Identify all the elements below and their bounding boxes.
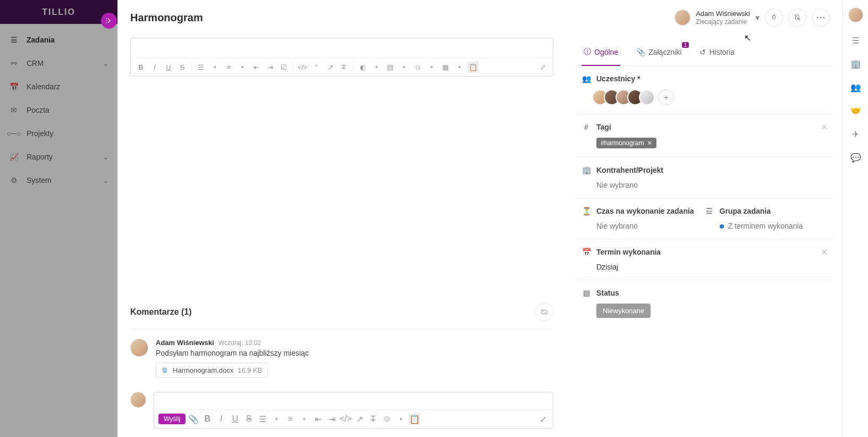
chevron-down-icon[interactable]: ▾ (426, 61, 437, 73)
outdent-button[interactable]: ⇤ (250, 61, 262, 73)
chevron-down-icon[interactable]: ▾ (398, 61, 410, 73)
chevron-down-icon[interactable]: ▾ (209, 61, 221, 73)
building-rail-icon[interactable]: 🏢 (850, 58, 861, 69)
editor-toolbar: B I U S ☰▾ ≡▾ ⇤ ⇥ ☑ </> " ↗ T̶ ◐▾ (131, 57, 553, 76)
send-rail-icon[interactable]: ✈ (850, 129, 861, 139)
tab-info[interactable]: ⓘOgólne (582, 39, 620, 65)
users-rail-icon[interactable]: 👥 (850, 82, 861, 93)
clear-tags-button[interactable]: ✕ (821, 123, 828, 131)
ol-button[interactable]: ≡ (284, 413, 296, 425)
page-title: Harmonogram (130, 12, 203, 24)
tab-history[interactable]: ↺Historia (697, 39, 736, 65)
quote-button[interactable]: " (310, 61, 322, 73)
textcolor-button[interactable]: ◐ (357, 61, 368, 73)
clip-icon: 📎 (636, 48, 645, 56)
indent-button[interactable]: ⇥ (326, 413, 338, 425)
clear-format-button[interactable]: T̶ (338, 61, 350, 73)
comment-time: Wczoraj, 13:02 (218, 339, 261, 347)
reply-editor[interactable]: Wyślij 📎 B I U S ☰▾ ≡▾ ⇤ ⇥ </> ↗ T̶ ☺▾ (154, 392, 553, 428)
bold-button[interactable]: B (135, 61, 147, 73)
contractor-value[interactable]: Nie wybrano (582, 181, 828, 189)
strike-button[interactable]: S (243, 413, 255, 425)
link-button[interactable]: ↗ (353, 413, 365, 425)
tags-section: #Tagi✕ #harmonogram✕ (576, 114, 833, 157)
link-button[interactable]: ↗ (324, 61, 336, 73)
indent-button[interactable]: ⇥ (264, 61, 276, 73)
chat-rail-icon[interactable]: 💬 (850, 152, 861, 163)
italic-button[interactable]: I (149, 61, 161, 73)
tab-label: Ogólne (594, 48, 618, 56)
emoji-button[interactable]: ☺ (412, 61, 424, 73)
description-editor[interactable]: B I U S ☰▾ ≡▾ ⇤ ⇥ ☑ </> " ↗ T̶ ◐▾ (130, 38, 553, 77)
svg-point-0 (817, 17, 819, 19)
tab-label: Historia (709, 48, 734, 56)
send-button[interactable]: Wyślij (158, 414, 186, 424)
avatar (675, 10, 690, 26)
status-icon: ▤ (582, 289, 591, 297)
right-rail: ☰ 🏢 👥 🤝 ✈ 💬 (842, 0, 868, 437)
section-label: Uczestnicy * (596, 74, 640, 83)
info-icon: ⓘ (584, 47, 591, 57)
remove-tag-button[interactable]: ✕ (647, 139, 652, 147)
comments-header: Komentarze (1) (130, 296, 553, 329)
attach-button[interactable]: 📎 (188, 413, 199, 425)
code-button[interactable]: </> (340, 413, 351, 425)
contractor-section: 🏢Kontrahent/Projekt Nie wybrano (576, 157, 833, 198)
underline-button[interactable]: U (163, 61, 174, 73)
handshake-rail-icon[interactable]: 🤝 (850, 105, 861, 116)
hourglass-icon: ⏳ (582, 207, 591, 215)
checklist-button[interactable]: ☑ (278, 61, 290, 73)
emoji-button[interactable]: ☺ (381, 413, 393, 425)
reply-input[interactable] (154, 392, 553, 409)
chevron-down-icon[interactable]: ▾ (237, 61, 248, 73)
due-value[interactable]: Dzisiaj (582, 263, 828, 271)
avatar (130, 392, 146, 408)
status-chip[interactable]: Niewykonane (596, 304, 651, 318)
task-detail-panel: Harmonogram Adam Wiśniewski Zlecający za… (117, 0, 842, 437)
clear-format-button[interactable]: T̶ (367, 413, 379, 425)
bold-button[interactable]: B (201, 413, 213, 425)
chevron-down-icon[interactable]: ▾ (395, 413, 407, 425)
time-value[interactable]: Nie wybrano (582, 222, 705, 230)
ul-button[interactable]: ☰ (257, 413, 268, 425)
add-participant-button[interactable]: + (658, 89, 674, 105)
fire-icon-button[interactable] (765, 9, 783, 27)
strike-button[interactable]: S (176, 61, 188, 73)
tab-badge: 1 (682, 42, 689, 48)
details-panel: ⓘOgólne📎Załączniki1↺Historia 👥Uczestnicy… (566, 36, 842, 437)
table-button[interactable]: ▦ (440, 61, 451, 73)
expand-button[interactable]: ⤢ (537, 413, 549, 425)
tasks-rail-icon[interactable]: ☰ (850, 35, 861, 46)
bell-off-icon-button[interactable] (788, 9, 806, 27)
topbar: Harmonogram Adam Wiśniewski Zlecający za… (117, 0, 842, 36)
attachment-chip[interactable]: 🗎 Harmonogram.docx 16.9 KB (156, 363, 268, 378)
outdent-button[interactable]: ⇤ (312, 413, 324, 425)
chevron-down-icon[interactable]: ▾ (298, 413, 310, 425)
tag-chip[interactable]: #harmonogram✕ (596, 138, 656, 148)
sidebar-toggle-button[interactable] (101, 13, 117, 29)
section-label: Status (596, 289, 619, 297)
ol-button[interactable]: ≡ (223, 61, 234, 73)
tab-clip[interactable]: 📎Załączniki1 (634, 39, 684, 65)
chevron-down-icon[interactable]: ▾ (271, 413, 282, 425)
comment: Adam Wiśniewski Wczoraj, 13:02 Podsyłam … (130, 329, 553, 388)
clipboard-button[interactable]: 📋 (467, 61, 479, 73)
clear-due-button[interactable]: ✕ (821, 248, 828, 256)
current-user-avatar[interactable] (848, 7, 863, 22)
toggle-visibility-button[interactable] (535, 303, 553, 321)
more-icon-button[interactable] (812, 9, 830, 27)
expand-button[interactable]: ⤢ (537, 61, 549, 73)
bgcolor-button[interactable]: ▨ (384, 61, 396, 73)
clipboard-button[interactable]: 📋 (409, 413, 420, 425)
ul-button[interactable]: ☰ (195, 61, 207, 73)
chevron-down-icon[interactable]: ▾ (370, 61, 382, 73)
avatar[interactable] (639, 89, 655, 105)
building-icon: 🏢 (582, 166, 591, 174)
group-value[interactable]: Z terminem wykonania (705, 222, 828, 230)
italic-button[interactable]: I (215, 413, 227, 425)
chevron-down-icon[interactable]: ▾ (453, 61, 465, 73)
assigner-dropdown[interactable]: Adam Wiśniewski Zlecający zadanie ▾ (675, 10, 760, 26)
underline-button[interactable]: U (229, 413, 241, 425)
code-button[interactable]: </> (297, 61, 308, 73)
editor-input[interactable] (131, 38, 553, 57)
